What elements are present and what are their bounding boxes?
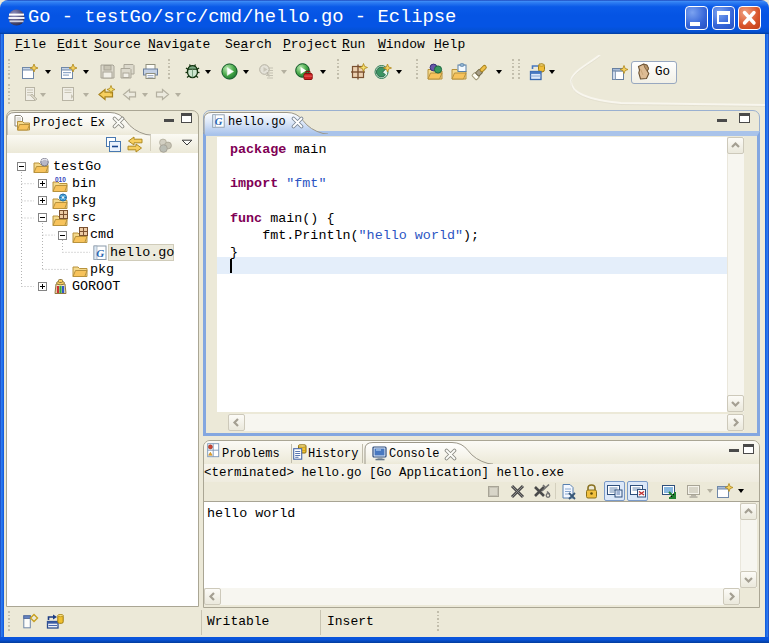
svg-text:G: G [96,247,104,259]
svg-text:G: G [215,116,223,127]
svg-text:010: 010 [55,176,66,183]
